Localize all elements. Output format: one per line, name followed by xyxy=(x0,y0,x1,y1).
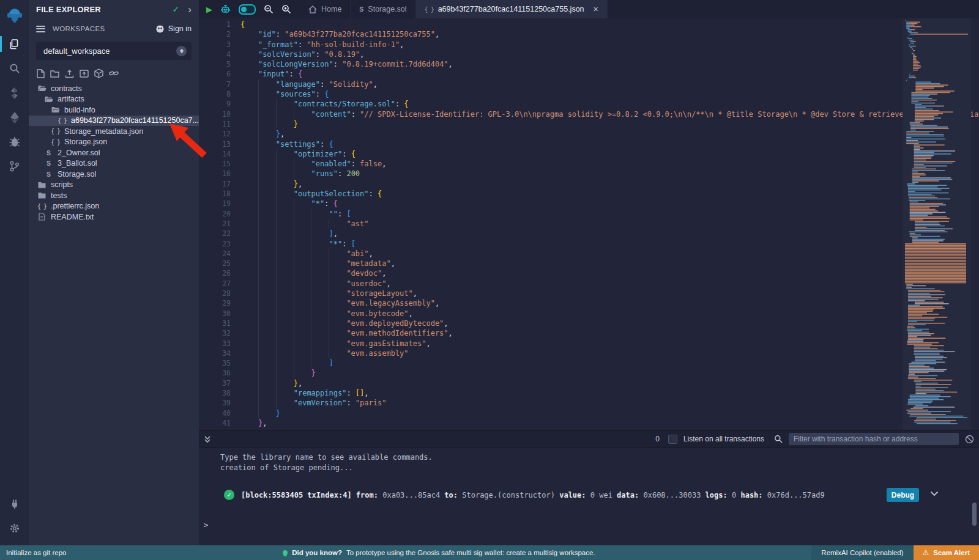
code-line: 34 "evm.assembly" xyxy=(199,348,979,358)
tab-home[interactable]: Home xyxy=(300,0,351,18)
workspace-selected-value: default_workspace xyxy=(43,46,176,56)
run-script-button[interactable]: ▶ xyxy=(206,5,212,14)
minimap[interactable] xyxy=(903,18,971,430)
code-line: 40 } xyxy=(199,408,979,418)
zoom-in-icon[interactable] xyxy=(281,4,291,14)
upload-folder-icon[interactable] xyxy=(80,69,89,78)
transaction-summary: [block:5583405 txIndex:4] from: 0xa03...… xyxy=(241,491,825,499)
warning-icon: ⚠ xyxy=(923,548,929,557)
zoom-out-icon[interactable] xyxy=(264,4,274,14)
sidebar-item-deploy-run[interactable] xyxy=(0,105,29,130)
code-line: 8 "sources": { xyxy=(199,89,979,99)
code-line: 24 "abi", xyxy=(199,249,979,259)
code-line: 29 "evm.legacyAssembly", xyxy=(199,298,979,308)
workspace-cube-icon[interactable] xyxy=(94,68,103,78)
folder-open-icon xyxy=(44,96,53,103)
tree-item-tests[interactable]: tests xyxy=(29,190,199,201)
upload-file-icon[interactable] xyxy=(65,69,74,78)
code-line: 12 }, xyxy=(199,129,979,139)
tree-item-3-ballot-sol[interactable]: S3_Ballot.sol xyxy=(29,158,199,169)
code-line: 27 "userdoc", xyxy=(199,279,979,289)
code-line: 39 "evmVersion": "paris" xyxy=(199,398,979,408)
tab-storage-sol[interactable]: SStorage.sol xyxy=(351,0,415,18)
solidity-icon: S xyxy=(44,171,53,178)
braces-icon: { } xyxy=(37,203,47,210)
terminal-scrollbar[interactable] xyxy=(972,503,977,526)
code-line: 26 "devdoc", xyxy=(199,268,979,278)
sidebar-item-settings[interactable] xyxy=(0,516,29,540)
code-line: 32 "evm.methodIdentifiers", xyxy=(199,328,979,338)
transaction-expand-chevron-icon[interactable] xyxy=(930,490,939,498)
link-icon[interactable] xyxy=(109,69,119,78)
code-line: 16 "runs": 200 xyxy=(199,169,979,179)
workspace-menu-icon[interactable] xyxy=(36,24,45,34)
debug-button[interactable]: Debug xyxy=(887,488,919,502)
sidebar-item-debugger[interactable] xyxy=(0,130,29,154)
copilot-toggle[interactable] xyxy=(239,4,256,15)
activity-bar xyxy=(0,0,29,545)
sidebar-item-search[interactable] xyxy=(0,56,29,81)
workspace-select[interactable]: default_workspace xyxy=(36,42,192,60)
panel-title: FILE EXPLORER xyxy=(36,5,173,14)
listen-all-transactions-label: Listen on all transactions xyxy=(683,435,764,443)
code-line: 9 "contracts/Storage.sol": { xyxy=(199,99,979,109)
home-icon xyxy=(308,6,317,13)
braces-icon: { } xyxy=(58,117,67,124)
panel-expand-chevron-icon[interactable]: › xyxy=(188,4,192,15)
code-line: 30 "evm.bytecode", xyxy=(199,309,979,319)
tree-item-storage-sol[interactable]: SStorage.sol xyxy=(29,169,199,180)
terminal-search-icon[interactable] xyxy=(774,435,783,443)
copilot-status[interactable]: RemixAI Copilot (enabled) xyxy=(811,545,913,560)
folder-icon xyxy=(37,182,47,188)
tab-bar: ▶ HomeSStorage.sol{ }a69b43f277ba20fcac1… xyxy=(199,0,979,19)
code-line: 1{ xyxy=(199,20,979,29)
code-line: 3 "_format": "hh-sol-build-info-1", xyxy=(199,40,979,50)
listen-all-transactions-checkbox[interactable] xyxy=(668,435,677,444)
code-line: 10 "content": "// SPDX-License-Identifie… xyxy=(199,109,979,119)
github-sign-in[interactable]: Sign in xyxy=(155,24,192,33)
braces-icon: { } xyxy=(51,128,60,134)
git-init-status[interactable]: Initialize as git repo xyxy=(6,549,66,556)
tree-item--prettierrc-json[interactable]: { }.prettierrc.json xyxy=(29,201,199,212)
terminal[interactable]: Type the library name to see available c… xyxy=(199,447,979,545)
code-editor[interactable]: 1{2 "id": "a69b43f277ba20fcac141151250ca… xyxy=(199,18,979,430)
code-line: 21 "ast" xyxy=(199,219,979,229)
sidebar-item-file-explorer[interactable] xyxy=(0,32,29,56)
sidebar-item-plugin-manager[interactable] xyxy=(0,492,29,516)
terminal-prompt[interactable]: > xyxy=(204,521,208,529)
transaction-row[interactable]: ✓ [block:5583405 txIndex:4] from: 0xa03.… xyxy=(199,487,979,503)
clear-filter-ban-icon[interactable] xyxy=(965,435,974,444)
workspaces-label: WORKSPACES xyxy=(53,25,155,32)
tab-a69b43f277ba20fcac141151250ca755-json[interactable]: { }a69b43f277ba20fcac141151250ca755.json… xyxy=(416,0,608,18)
tree-item-artifacts[interactable]: artifacts xyxy=(29,94,199,105)
code-line: 7 "language": "Solidity", xyxy=(199,79,979,89)
transaction-filter-input[interactable] xyxy=(789,433,959,445)
workspace-select-arrows-icon xyxy=(176,46,187,56)
new-file-icon[interactable] xyxy=(37,69,45,78)
code-line: 31 "evm.deployedBytecode", xyxy=(199,319,979,328)
tree-item-a69b43f277ba20fcac141151250ca7-[interactable]: { }a69b43f277ba20fcac141151250ca7... xyxy=(29,116,199,127)
scam-alert-button[interactable]: ⚠ Scam Alert xyxy=(914,545,979,560)
code-line: 23 "*": [ xyxy=(199,239,979,249)
workspace-ok-check-icon: ✓ xyxy=(173,4,180,14)
new-folder-icon[interactable] xyxy=(50,70,59,78)
close-tab-icon[interactable]: × xyxy=(594,5,598,13)
tree-item-2-owner-sol[interactable]: S2_Owner.sol xyxy=(29,147,199,158)
sidebar-item-solidity-compiler[interactable] xyxy=(0,81,29,105)
code-line: 28 "storageLayout", xyxy=(199,289,979,298)
tree-item-storage-metadata-json[interactable]: { }Storage_metadata.json xyxy=(29,126,199,137)
tree-item-storage-json[interactable]: { }Storage.json xyxy=(29,137,199,148)
code-line: 22 ], xyxy=(199,229,979,238)
sidebar-item-git[interactable] xyxy=(0,154,29,179)
code-line: 19 "*": { xyxy=(199,199,979,208)
tree-item-contracts[interactable]: contracts xyxy=(29,83,199,94)
code-line: 17 }, xyxy=(199,179,979,189)
tree-item-build-info[interactable]: build-info xyxy=(29,105,199,116)
lightbulb-icon xyxy=(283,550,288,555)
tree-item-scripts[interactable]: scripts xyxy=(29,180,199,191)
remix-logo-icon[interactable] xyxy=(0,0,29,32)
remixai-robot-icon[interactable] xyxy=(220,4,231,15)
terminal-expand-icon[interactable] xyxy=(204,435,211,443)
tree-item-readme-txt[interactable]: README.txt xyxy=(29,212,199,223)
folder-icon xyxy=(37,192,47,199)
